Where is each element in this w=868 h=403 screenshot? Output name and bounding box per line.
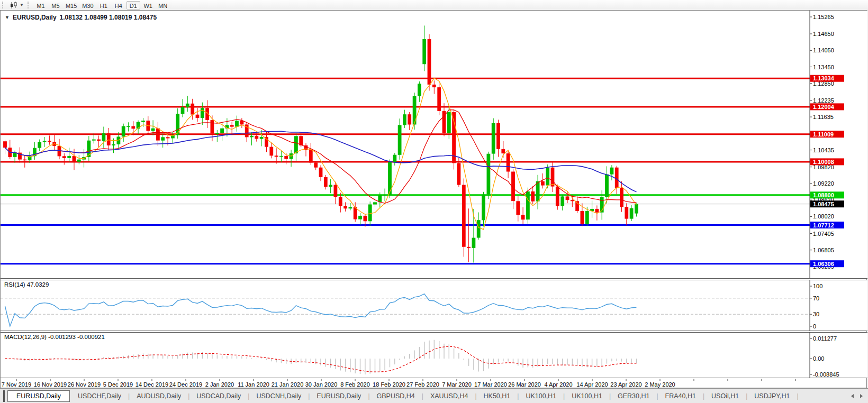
svg-text:27 Feb 2020: 27 Feb 2020 xyxy=(406,381,439,388)
svg-text:1.08475: 1.08475 xyxy=(813,201,834,207)
svg-text:18 Feb 2020: 18 Feb 2020 xyxy=(373,381,405,388)
svg-text:1.13450: 1.13450 xyxy=(813,64,834,70)
macd-pane[interactable]: 0.0112770.00-0.008845 xyxy=(1,332,867,378)
timeframe-button-h4[interactable]: H4 xyxy=(112,1,125,10)
chevron-down-icon: ▼ xyxy=(20,3,24,7)
svg-text:1.14050: 1.14050 xyxy=(813,47,834,53)
timeframe-button-w1[interactable]: W1 xyxy=(141,1,155,10)
svg-text:24 Dec 2019: 24 Dec 2019 xyxy=(169,381,202,388)
svg-text:-0.008845: -0.008845 xyxy=(813,371,839,378)
svg-text:1.08020: 1.08020 xyxy=(813,213,834,219)
chart-window[interactable]: ▼ EURUSD,Daily 1.08132 1.08499 1.08019 1… xyxy=(0,10,867,388)
svg-text:1.07712: 1.07712 xyxy=(813,222,834,228)
svg-text:11 Jan 2020: 11 Jan 2020 xyxy=(238,381,269,388)
svg-text:16 Nov 2019: 16 Nov 2019 xyxy=(34,381,67,388)
tab-usdcnh-daily[interactable]: USDCNH,Daily xyxy=(249,391,308,401)
svg-text:1.06306: 1.06306 xyxy=(813,261,834,267)
svg-text:2 May 2020: 2 May 2020 xyxy=(645,381,675,388)
tab-hk50-h1[interactable]: HK50,H1 xyxy=(477,391,518,401)
svg-text:5 Dec 2019: 5 Dec 2019 xyxy=(103,381,133,388)
chart-title[interactable]: ▼ EURUSD,Daily 1.08132 1.08499 1.08019 1… xyxy=(5,14,157,21)
svg-text:1.10008: 1.10008 xyxy=(813,159,834,165)
tab-eurusd-daily[interactable]: EURUSD,Daily xyxy=(7,390,70,402)
svg-text:0.00: 0.00 xyxy=(813,355,824,362)
tab-gbpusd-h4[interactable]: GBPUSD,H4 xyxy=(370,391,422,401)
timeframe-toolbar: ▼ M1 M5 M15 M30 H1 H4 D1 W1 MN xyxy=(0,0,868,11)
tab-usdchf-daily[interactable]: USDCHF,Daily xyxy=(71,391,128,401)
svg-text:2 Jan 2020: 2 Jan 2020 xyxy=(205,381,234,388)
chart-type-button[interactable]: ▼ xyxy=(8,1,25,10)
svg-text:1.09220: 1.09220 xyxy=(813,180,834,187)
svg-text:1.15265: 1.15265 xyxy=(813,14,834,20)
svg-text:1.12235: 1.12235 xyxy=(813,97,834,104)
timeframe-button-m30[interactable]: M30 xyxy=(80,1,95,10)
svg-text:17 Mar 2020: 17 Mar 2020 xyxy=(474,381,507,388)
svg-text:1.14650: 1.14650 xyxy=(813,31,834,37)
tab-usdcad-daily[interactable]: USDCAD,Daily xyxy=(189,391,248,401)
date-labels: 7 Nov 201916 Nov 201926 Nov 20195 Dec 20… xyxy=(2,379,795,388)
svg-text:70: 70 xyxy=(813,295,819,301)
tab-fra40-h1[interactable]: FRA40,H1 xyxy=(658,391,703,401)
tab-bar-grip xyxy=(3,390,5,402)
price-pane[interactable]: 1.152651.146501.140501.134501.128501.122… xyxy=(1,11,867,279)
svg-text:26 Nov 2019: 26 Nov 2019 xyxy=(68,381,101,388)
tab-audusd-daily[interactable]: AUDUSD,Daily xyxy=(130,391,188,401)
svg-text:1.11009: 1.11009 xyxy=(813,131,834,138)
svg-text:1.13034: 1.13034 xyxy=(813,75,835,81)
svg-text:8 Feb 2020: 8 Feb 2020 xyxy=(340,381,370,388)
svg-text:0.011277: 0.011277 xyxy=(813,335,837,342)
svg-text:100: 100 xyxy=(813,283,822,289)
svg-text:7 Mar 2020: 7 Mar 2020 xyxy=(442,381,472,388)
tabs-scroll-right-icon[interactable] xyxy=(860,394,863,398)
svg-text:21 Jan 2020: 21 Jan 2020 xyxy=(272,381,304,388)
tab-uk100-h1[interactable]: UK100,H1 xyxy=(565,391,609,401)
timeframe-button-m1[interactable]: M1 xyxy=(34,1,48,10)
svg-text:30: 30 xyxy=(813,311,819,317)
tab-xauusd-h4[interactable]: XAUUSD,H4 xyxy=(423,391,475,401)
timeframe-button-m15[interactable]: M15 xyxy=(64,1,79,10)
timeframe-button-m5[interactable]: M5 xyxy=(49,1,62,10)
svg-text:1.08800: 1.08800 xyxy=(813,192,834,198)
svg-text:1.10435: 1.10435 xyxy=(813,147,834,153)
macd-indicator-label: MACD(12,26,9) -0.001293 -0.000921 xyxy=(4,334,105,340)
rsi-indicator-label: RSI(14) 47.0329 xyxy=(4,281,49,288)
svg-text:4 Apr 2020: 4 Apr 2020 xyxy=(544,381,572,388)
svg-text:1.07405: 1.07405 xyxy=(813,231,834,237)
chart-dropdown-icon[interactable]: ▼ xyxy=(5,15,10,20)
timeframe-button-h1[interactable]: H1 xyxy=(97,1,111,10)
tab-usdjpy-h1[interactable]: USDJPY,H1 xyxy=(747,391,797,401)
svg-text:23 Apr 2020: 23 Apr 2020 xyxy=(610,381,641,388)
tab-uk100-h1[interactable]: UK100,H1 xyxy=(519,391,563,401)
chart-tab-bar: EURUSD,DailyUSDCHF,Daily|AUDUSD,Daily|US… xyxy=(0,388,868,403)
mt-terminal-screen: ▼ M1 M5 M15 M30 H1 H4 D1 W1 MN ▼ EURUSD,… xyxy=(0,0,868,403)
toolbar-grip-2[interactable] xyxy=(28,2,31,8)
svg-text:1.12004: 1.12004 xyxy=(813,104,835,110)
svg-text:7 Nov 2019: 7 Nov 2019 xyxy=(2,381,31,388)
tab-ger30-h1[interactable]: GER30,H1 xyxy=(611,391,656,401)
timeframe-button-mn[interactable]: MN xyxy=(156,1,170,10)
date-axis[interactable]: 7 Nov 201916 Nov 201926 Nov 20195 Dec 20… xyxy=(1,379,867,388)
svg-text:26 Mar 2020: 26 Mar 2020 xyxy=(508,381,541,388)
rsi-pane[interactable]: 10070300 xyxy=(1,280,867,331)
svg-text:14 Apr 2020: 14 Apr 2020 xyxy=(576,381,608,388)
chart-symbol-label: EURUSD,Daily xyxy=(13,14,57,21)
tab-eurusd-daily[interactable]: EURUSD,Daily xyxy=(310,391,368,401)
tab-usoil-h1[interactable]: USOil,H1 xyxy=(704,391,746,401)
svg-text:14 Dec 2019: 14 Dec 2019 xyxy=(135,381,168,388)
tabs-scroll-left-icon[interactable] xyxy=(851,394,854,398)
svg-text:30 Jan 2020: 30 Jan 2020 xyxy=(305,381,338,388)
chart-ohlc-values: 1.08132 1.08499 1.08019 1.08475 xyxy=(60,14,157,21)
svg-text:0: 0 xyxy=(813,323,816,329)
toolbar-grip[interactable] xyxy=(2,2,6,8)
candlestick-chart-icon xyxy=(10,2,18,9)
tab-separator: | xyxy=(797,392,798,400)
timeframe-button-d1[interactable]: D1 xyxy=(126,1,140,10)
svg-text:1.11635: 1.11635 xyxy=(813,114,834,120)
svg-text:1.06805: 1.06805 xyxy=(813,247,834,253)
